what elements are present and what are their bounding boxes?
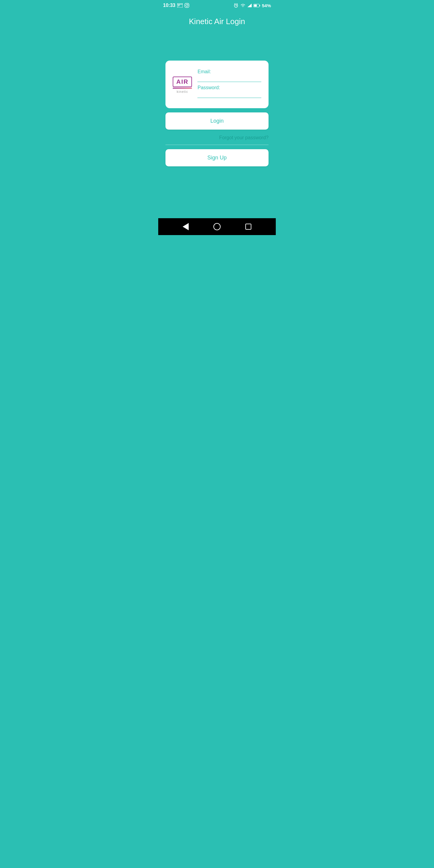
svg-rect-2 — [178, 5, 180, 5]
svg-rect-3 — [178, 6, 179, 6]
email-field-group: Email: — [197, 69, 261, 82]
recents-icon — [245, 224, 251, 230]
back-icon — [183, 223, 189, 230]
instagram-icon — [184, 3, 189, 8]
divider — [165, 145, 269, 145]
home-icon — [213, 223, 221, 230]
svg-point-5 — [186, 4, 188, 7]
main-content: Kinetic Air Login AIR kinetic Email: Pas… — [158, 11, 276, 218]
password-label: Password: — [197, 85, 261, 90]
forgot-password-link[interactable]: Forgot your password? — [165, 133, 269, 143]
signal-icon — [247, 4, 252, 7]
svg-line-10 — [235, 4, 235, 4]
status-bar: 10:33 — [158, 0, 276, 11]
battery-percentage: 54% — [262, 3, 271, 8]
email-label: Email: — [197, 69, 261, 74]
time-display: 10:33 — [163, 3, 176, 8]
logo-container: AIR kinetic — [173, 76, 192, 93]
status-left: 10:33 — [163, 3, 189, 8]
wifi-icon — [240, 3, 246, 7]
nav-bar — [158, 218, 276, 235]
password-field-group: Password: — [197, 85, 261, 98]
logo-subtitle: kinetic — [177, 90, 188, 93]
nav-back-button[interactable] — [183, 223, 189, 230]
nav-recents-button[interactable] — [245, 224, 251, 230]
form-fields: Email: Password: — [197, 69, 261, 101]
status-right: 54% — [234, 3, 271, 8]
nav-home-button[interactable] — [213, 223, 221, 230]
page-title: Kinetic Air Login — [189, 17, 245, 26]
svg-marker-12 — [247, 4, 252, 7]
signup-button[interactable]: Sign Up — [165, 149, 269, 166]
battery-icon — [253, 4, 260, 7]
svg-point-6 — [187, 4, 188, 5]
password-input[interactable] — [197, 91, 261, 98]
login-card: AIR kinetic Email: Password: — [165, 61, 269, 108]
svg-rect-4 — [185, 3, 189, 7]
email-input[interactable] — [197, 75, 261, 82]
login-button[interactable]: Login — [165, 113, 269, 130]
svg-line-11 — [237, 4, 238, 4]
alarm-icon — [234, 3, 239, 8]
svg-rect-0 — [177, 3, 183, 7]
logo-text: AIR — [176, 79, 188, 85]
logo-underline — [173, 88, 192, 89]
logo-box: AIR — [173, 76, 192, 87]
message-icon — [177, 3, 183, 7]
